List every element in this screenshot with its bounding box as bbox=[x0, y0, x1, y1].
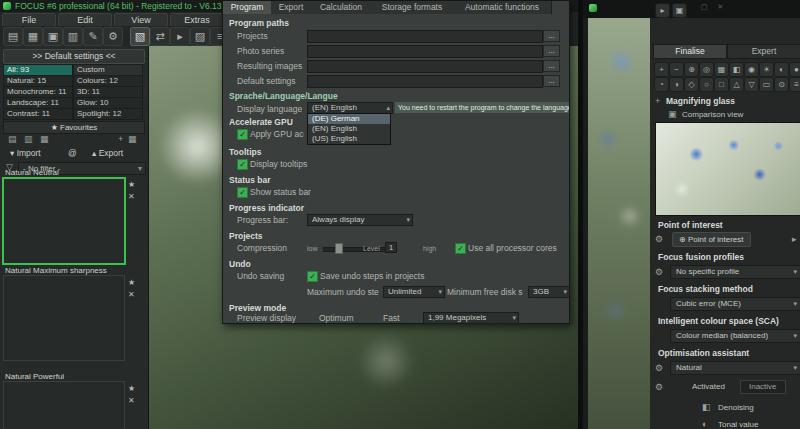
activated-label[interactable]: Activated bbox=[692, 382, 725, 391]
preset-label[interactable]: Natural Neutral bbox=[5, 168, 59, 177]
preset-thumbnail[interactable] bbox=[2, 177, 126, 265]
favourite-star-icon[interactable]: ★ bbox=[128, 180, 135, 189]
export-button[interactable]: ▴ Export bbox=[92, 147, 123, 159]
histogram-icon[interactable]: ▧ bbox=[130, 27, 150, 46]
list-view-icon[interactable]: ▤ bbox=[8, 134, 17, 144]
edit-icon[interactable]: ✎ bbox=[83, 27, 103, 46]
preset-thumbnail[interactable] bbox=[3, 275, 125, 361]
zoom-out-icon[interactable]: − bbox=[669, 62, 684, 77]
crop-icon[interactable]: ▭ bbox=[759, 77, 774, 92]
tone-icon[interactable]: ◔ bbox=[654, 77, 669, 92]
stat-contrast[interactable]: Contrast: 11 bbox=[3, 108, 73, 120]
menu-view[interactable]: View bbox=[114, 13, 168, 27]
window-controls[interactable]: ▢ ✕ bbox=[701, 3, 727, 11]
open-icon[interactable]: ▦ bbox=[23, 27, 43, 46]
preview-megapixels-dropdown[interactable]: 1,99 Megapixels bbox=[423, 312, 519, 324]
preview-fast-option[interactable]: Fast bbox=[383, 313, 400, 323]
large-grid-icon[interactable]: ▦ bbox=[40, 134, 49, 144]
favourite-star-icon[interactable]: ★ bbox=[128, 278, 135, 287]
language-option-german[interactable]: (DE) German bbox=[308, 114, 390, 124]
diamond-tool-icon[interactable]: ◇ bbox=[684, 77, 699, 92]
preset-label[interactable]: Natural Powerful bbox=[5, 372, 64, 381]
photo-series-path-input[interactable] bbox=[307, 45, 543, 58]
tab-program[interactable]: Program bbox=[223, 1, 272, 14]
tab-expert[interactable]: Expert bbox=[727, 44, 800, 59]
language-option-english[interactable]: (EN) English bbox=[308, 124, 390, 134]
split-view-icon[interactable]: ◧ bbox=[729, 62, 744, 77]
processor-cores-checkbox[interactable] bbox=[455, 243, 466, 254]
magnifier-preview-image[interactable] bbox=[655, 122, 800, 216]
settings-icon[interactable]: ⚙ bbox=[103, 27, 123, 46]
save-icon[interactable]: ▣ bbox=[43, 27, 63, 46]
stacking-dropdown[interactable]: Cubic error (MCE) bbox=[670, 297, 800, 311]
circle-tool-icon[interactable]: ○ bbox=[699, 77, 714, 92]
remove-icon[interactable]: ✕ bbox=[128, 192, 135, 201]
default-settings-browse-button[interactable]: ... bbox=[543, 75, 560, 87]
remove-icon[interactable]: ✕ bbox=[128, 396, 135, 405]
small-grid-icon[interactable]: ▥ bbox=[24, 134, 33, 144]
optimisation-dropdown[interactable]: Natural bbox=[670, 361, 800, 375]
square-tool-icon[interactable]: □ bbox=[714, 77, 729, 92]
stat-spotlight[interactable]: Spotlight: 12 bbox=[73, 108, 143, 120]
play-icon[interactable]: ▸ bbox=[170, 27, 190, 46]
focus-point-icon[interactable]: ◉ bbox=[744, 62, 759, 77]
comparison-view-label[interactable]: Comparison view bbox=[682, 110, 743, 119]
photo-series-browse-button[interactable]: ... bbox=[543, 45, 560, 57]
grid-icon[interactable]: ▦ bbox=[714, 62, 729, 77]
gpu-checkbox[interactable] bbox=[237, 129, 248, 140]
max-undo-dropdown[interactable]: Unlimited bbox=[383, 286, 445, 298]
down-filter-icon[interactable]: ▽ bbox=[744, 77, 759, 92]
resulting-images-path-input[interactable] bbox=[307, 60, 543, 73]
fusion-dropdown[interactable]: No specific profile bbox=[670, 265, 800, 279]
poi-button[interactable]: ⊕ Point of interest bbox=[672, 232, 751, 247]
favourites-bar[interactable]: ★ Favourites bbox=[3, 121, 145, 134]
compare-icon[interactable]: ⇄ bbox=[150, 27, 170, 46]
tab-calculation[interactable]: Calculation bbox=[311, 1, 372, 14]
remove-icon[interactable]: ✕ bbox=[128, 290, 135, 299]
tooltips-checkbox[interactable] bbox=[237, 159, 248, 170]
default-settings-path-input[interactable] bbox=[307, 75, 543, 88]
compression-slider-handle[interactable] bbox=[335, 243, 343, 254]
tab-export[interactable]: Export bbox=[271, 1, 312, 14]
gear-icon[interactable]: ⚙ bbox=[655, 382, 663, 392]
shade-icon[interactable]: ◑ bbox=[669, 77, 684, 92]
denoising-label[interactable]: Denoising bbox=[718, 403, 754, 412]
menu-file[interactable]: File bbox=[2, 13, 56, 27]
layers-icon[interactable]: ▨ bbox=[190, 27, 210, 46]
copy-icon[interactable]: ▣ bbox=[672, 3, 687, 18]
inactive-button[interactable]: Inactive bbox=[740, 380, 786, 394]
list-icon[interactable]: ≡ bbox=[789, 77, 800, 92]
new-icon[interactable]: ▤ bbox=[3, 27, 23, 46]
preset-label[interactable]: Natural Maximum sharpness bbox=[5, 266, 107, 275]
magnifier-icon[interactable]: ⊕ bbox=[684, 62, 699, 77]
default-settings-button[interactable]: >> Default settings << bbox=[3, 49, 145, 64]
grid-add-icon[interactable]: ▦ bbox=[128, 134, 137, 144]
undo-save-checkbox[interactable] bbox=[307, 271, 318, 282]
min-disk-dropdown[interactable]: 3GB bbox=[528, 286, 570, 298]
contrast-icon[interactable]: ◐ bbox=[774, 62, 789, 77]
tab-automatic-functions[interactable]: Automatic functions bbox=[453, 1, 552, 14]
status-bar-checkbox[interactable] bbox=[237, 187, 248, 198]
menu-edit[interactable]: Edit bbox=[58, 13, 112, 27]
language-option-us[interactable]: (US) English bbox=[308, 134, 390, 144]
run-icon[interactable]: ▸ bbox=[655, 3, 670, 18]
add-icon[interactable]: + bbox=[118, 134, 123, 144]
gear-icon[interactable]: ⚙ bbox=[655, 234, 663, 244]
preview-optimum-option[interactable]: Optimum bbox=[319, 313, 353, 323]
tab-storage-formats[interactable]: Storage formats bbox=[371, 1, 454, 14]
tab-finalise[interactable]: Finalise bbox=[653, 44, 727, 59]
up-filter-icon[interactable]: △ bbox=[729, 77, 744, 92]
colour-space-dropdown[interactable]: Colour median (balanced) bbox=[670, 329, 800, 343]
target-icon[interactable]: ◎ bbox=[699, 62, 714, 77]
zoom-in-icon[interactable]: + bbox=[654, 62, 669, 77]
gear-icon[interactable]: ⚙ bbox=[655, 363, 663, 373]
gallery-icon[interactable]: ▥ bbox=[63, 27, 83, 46]
tonal-value-label[interactable]: Tonal value bbox=[718, 420, 758, 429]
preset-thumbnail[interactable] bbox=[3, 381, 125, 429]
gear-icon[interactable]: ⚙ bbox=[655, 267, 663, 277]
dot-icon[interactable]: ● bbox=[789, 62, 800, 77]
import-button[interactable]: ▾ Import bbox=[10, 147, 41, 159]
menu-extras[interactable]: Extras bbox=[170, 13, 224, 27]
chevron-right-icon[interactable]: ▸ bbox=[792, 234, 797, 244]
photo-strip[interactable] bbox=[588, 18, 650, 429]
